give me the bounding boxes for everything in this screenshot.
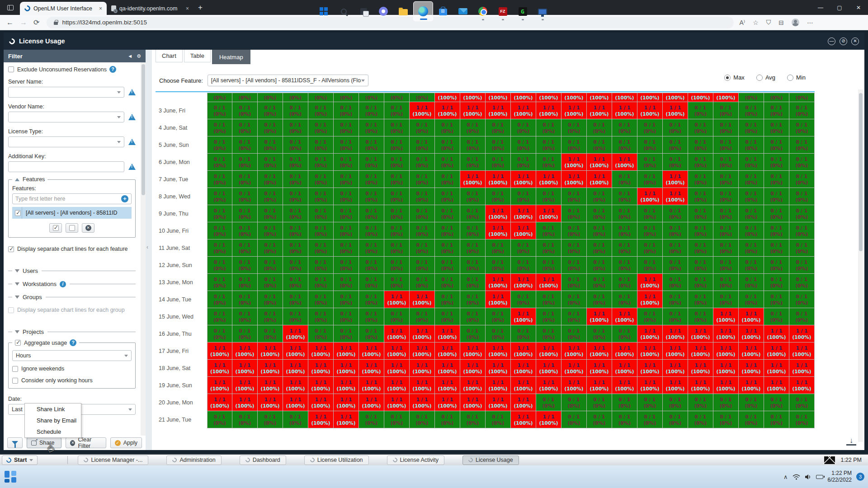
start-windows-icon[interactable] bbox=[314, 1, 334, 21]
app-minimize-icon[interactable]: — bbox=[828, 38, 835, 45]
profile-avatar[interactable] bbox=[792, 19, 799, 26]
aggregate-checkbox[interactable] bbox=[15, 340, 21, 346]
mail-notification-icon[interactable] bbox=[824, 456, 835, 464]
taskbar-button-dashboard[interactable]: Dashboard bbox=[240, 455, 286, 465]
share-button[interactable]: Share bbox=[27, 437, 61, 448]
feature-item-checkbox[interactable] bbox=[15, 210, 21, 216]
forward-icon[interactable]: → bbox=[20, 19, 27, 27]
radio-min[interactable]: Min bbox=[787, 74, 806, 81]
start-button[interactable]: Start bbox=[2, 455, 38, 465]
working-hours-checkbox[interactable] bbox=[12, 378, 18, 384]
remove-features-button[interactable]: ✕ bbox=[82, 223, 94, 233]
heatmap-cell: 1 / 1(100%) bbox=[511, 222, 536, 239]
info-icon[interactable]: i bbox=[60, 281, 66, 287]
favorites-add-icon[interactable]: ☆ bbox=[753, 19, 759, 26]
tab-heatmap[interactable]: Heatmap bbox=[212, 50, 250, 64]
browser-tab-qa-identity[interactable]: qa-identity.openlm.com × bbox=[107, 2, 193, 15]
app-close-icon[interactable]: ✕ bbox=[851, 38, 859, 45]
help-icon[interactable]: ? bbox=[70, 339, 76, 346]
greenshot-icon[interactable]: G bbox=[513, 1, 533, 21]
heatmap-cell: 1 / 1(100%) bbox=[232, 394, 258, 411]
taskbar-button-license-activity[interactable]: License Activity bbox=[387, 455, 444, 465]
tab-table[interactable]: Table bbox=[184, 50, 211, 62]
collections-icon[interactable]: ⊟ bbox=[778, 19, 784, 26]
workstations-section-header[interactable]: Workstations i bbox=[8, 281, 136, 287]
deselect-all-features-button[interactable] bbox=[66, 223, 78, 233]
radio-max[interactable]: Max bbox=[724, 74, 745, 81]
share-menu-item[interactable]: Schedule bbox=[25, 426, 81, 437]
help-icon[interactable]: ? bbox=[109, 66, 116, 73]
new-tab-button[interactable]: + bbox=[198, 3, 203, 12]
taskbar-button-license-utilization[interactable]: License Utilization bbox=[304, 455, 369, 465]
groups-section-header[interactable]: Groups bbox=[8, 294, 136, 300]
volume-icon[interactable] bbox=[805, 474, 811, 480]
back-icon[interactable]: ← bbox=[6, 19, 14, 27]
taskbar-button-license-manager-[interactable]: License Manager -... bbox=[78, 455, 148, 465]
favorites-bar-icon[interactable]: ⛉ bbox=[766, 19, 771, 26]
tab-close-icon[interactable]: × bbox=[99, 5, 102, 12]
users-section-header[interactable]: Users bbox=[8, 267, 136, 274]
features-legend[interactable]: Features bbox=[12, 176, 47, 183]
aggregate-unit-select[interactable]: Hours bbox=[12, 350, 132, 361]
tab-actions-icon[interactable] bbox=[4, 2, 17, 14]
taskbar-button-administration[interactable]: Administration bbox=[166, 455, 221, 465]
chat-icon[interactable] bbox=[373, 1, 393, 21]
heatmap-cell: 0 / 1(0%) bbox=[308, 222, 334, 239]
window-minimize-button[interactable]: — bbox=[811, 0, 830, 15]
browser-tab-openlm[interactable]: OpenLM User Interface × bbox=[20, 2, 107, 15]
feature-search-input[interactable]: Type first letter here + bbox=[12, 193, 132, 204]
filter-scrollbar[interactable] bbox=[141, 62, 146, 436]
filter-funnel-button[interactable] bbox=[7, 437, 23, 448]
collapse-panel-icon[interactable]: ◄ bbox=[127, 53, 132, 59]
task-view-icon[interactable] bbox=[354, 1, 373, 21]
share-menu-item[interactable]: Share by Email bbox=[25, 415, 81, 426]
window-close-button[interactable]: ✕ bbox=[849, 0, 868, 15]
file-explorer-icon[interactable] bbox=[393, 1, 413, 21]
clear-filter-button[interactable]: ✕ Clear Filter bbox=[66, 437, 106, 448]
server-name-select[interactable] bbox=[8, 87, 124, 98]
read-aloud-icon[interactable]: A⁾ bbox=[739, 19, 745, 26]
add-feature-icon[interactable]: + bbox=[121, 195, 128, 202]
notification-badge[interactable]: 3 bbox=[856, 473, 864, 481]
tab-close-icon[interactable]: × bbox=[186, 5, 189, 12]
license-type-select[interactable] bbox=[8, 136, 124, 147]
tray-clock[interactable]: 1:22 PM 6/22/2022 bbox=[828, 470, 852, 483]
wifi-icon[interactable] bbox=[793, 474, 800, 480]
settings-menu-icon[interactable]: ⋯ bbox=[807, 19, 813, 26]
group-lines-checkbox[interactable] bbox=[8, 307, 14, 313]
heatmap-cell: 0 / 1(0%) bbox=[283, 291, 308, 308]
tab-chart[interactable]: Chart bbox=[156, 50, 183, 62]
additional-key-input[interactable] bbox=[8, 161, 124, 172]
heatmap-row: 20 June, Mon1 / 1(100%)1 / 1(100%)1 / 1(… bbox=[156, 394, 815, 411]
select-all-features-button[interactable] bbox=[49, 223, 62, 233]
chrome-icon[interactable] bbox=[473, 1, 493, 21]
heatmap-scrollbar[interactable] bbox=[858, 89, 863, 442]
tray-chevron-up-icon[interactable]: ∧ bbox=[783, 474, 788, 480]
store-icon[interactable] bbox=[433, 1, 453, 21]
window-maximize-button[interactable]: ▢ bbox=[830, 0, 849, 15]
aggregate-legend[interactable]: Aggregate usage ? bbox=[12, 339, 79, 346]
mail-icon[interactable] bbox=[453, 1, 473, 21]
vendor-name-select[interactable] bbox=[8, 112, 124, 122]
filter-settings-icon[interactable]: ⚙ bbox=[137, 53, 141, 59]
taskbar-button-license-usage[interactable]: License Usage bbox=[462, 455, 519, 465]
exclude-reservations-checkbox[interactable] bbox=[8, 66, 14, 72]
widgets-icon[interactable] bbox=[5, 471, 16, 483]
refresh-icon[interactable]: ⟳ bbox=[33, 18, 39, 27]
edge-icon[interactable] bbox=[413, 1, 433, 21]
projects-section-header[interactable]: Projects bbox=[8, 328, 136, 335]
share-menu-item[interactable]: Share Link bbox=[25, 404, 81, 415]
choose-feature-select[interactable]: [All servers] - [All vendors] - 85811IDS… bbox=[208, 75, 368, 86]
feature-lines-checkbox[interactable] bbox=[8, 246, 14, 252]
app-restore-icon[interactable]: ⊘ bbox=[840, 38, 847, 45]
apply-button[interactable]: ✓ Apply bbox=[110, 437, 142, 448]
panel-collapse-handle[interactable]: ‹ bbox=[146, 50, 152, 450]
radio-avg[interactable]: Avg bbox=[756, 74, 775, 81]
feature-list-item[interactable]: [All servers] - [All vendors] - 85811ID bbox=[12, 207, 132, 219]
battery-icon[interactable] bbox=[816, 475, 823, 479]
search-icon[interactable] bbox=[334, 1, 354, 21]
ignore-weekends-checkbox[interactable] bbox=[12, 366, 18, 372]
filezilla-icon[interactable]: FZ bbox=[493, 1, 513, 21]
download-icon[interactable]: ↓ bbox=[846, 436, 856, 446]
vm-icon[interactable] bbox=[533, 1, 552, 21]
